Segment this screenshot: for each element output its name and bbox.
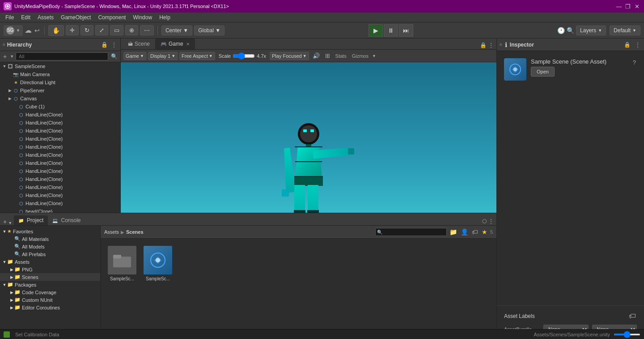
scenes-item[interactable]: ▶ 📁 Scenes xyxy=(0,273,100,281)
hand-tool[interactable]: ✋ xyxy=(48,25,64,36)
account-button[interactable]: SG ▼ xyxy=(4,25,23,36)
menu-gameobject[interactable]: GameObject xyxy=(57,13,94,21)
custom-tool[interactable]: ⋯ xyxy=(140,25,154,35)
asset-search-input[interactable] xyxy=(375,228,447,236)
move-tool[interactable]: ✛ xyxy=(66,25,79,35)
hierarchy-item-pipeserver[interactable]: ▶ ⬡ PipeServer xyxy=(0,86,120,94)
bottom-more-button[interactable]: ⋮ xyxy=(487,217,495,225)
asset-item-folder[interactable]: SampleSc... xyxy=(106,244,138,324)
display-select[interactable]: Game ▼ xyxy=(123,52,146,60)
game-tab-close[interactable]: ✕ xyxy=(186,42,190,47)
asset-search-option-1[interactable]: 📁 xyxy=(449,227,458,236)
back-button[interactable]: ↩ xyxy=(34,26,41,35)
aspect-select[interactable]: Free Aspect ▼ xyxy=(179,52,215,60)
hierarchy-item-samplescene[interactable]: ▼ SampleScene xyxy=(0,62,120,70)
menu-assets[interactable]: Assets xyxy=(34,13,57,21)
set-calibration-button[interactable]: Set Calibration Data xyxy=(15,332,59,337)
scale-slider[interactable] xyxy=(233,52,255,60)
bottom-add-button[interactable]: + xyxy=(2,218,8,225)
tab-scene[interactable]: 🏔 Scene xyxy=(123,39,155,49)
list-item[interactable]: ⬡HandLine(Clone) xyxy=(0,159,120,167)
menu-file[interactable]: File xyxy=(2,13,17,21)
png-item[interactable]: ▶ 📁 PNG xyxy=(0,266,100,273)
view-lock-button[interactable]: 🔒 xyxy=(479,41,487,49)
menu-edit[interactable]: Edit xyxy=(17,13,34,21)
grid-button[interactable]: ⊞ xyxy=(323,51,332,60)
hierarchy-more-button[interactable]: ⋮ xyxy=(110,41,118,49)
favorites-item[interactable]: ▼ ★ Favorites xyxy=(0,227,100,235)
gizmos-button[interactable]: Gizmos xyxy=(350,52,370,60)
play-button[interactable]: ▶ xyxy=(369,24,383,37)
transform-tool[interactable]: ⊕ xyxy=(125,25,138,35)
hierarchy-search-input[interactable] xyxy=(16,52,108,60)
step-button[interactable]: ⏭ xyxy=(399,24,413,37)
layers-dropdown[interactable]: Layers ▼ xyxy=(576,26,606,35)
list-item[interactable]: ⬡HandLine(Clone) xyxy=(0,183,120,191)
hierarchy-item-canvas[interactable]: ▶ ⬡ Canvas xyxy=(0,94,120,103)
char-left-arm xyxy=(282,147,296,193)
inspector-lock-button[interactable]: 🔒 xyxy=(623,41,631,49)
bottom-popout-button[interactable]: ⬡ xyxy=(481,217,487,225)
menu-help[interactable]: Help xyxy=(156,13,174,21)
rect-tool[interactable]: ▭ xyxy=(110,25,123,35)
minimize-button[interactable]: — xyxy=(615,3,623,10)
asset-item-scene[interactable]: SampleSc... xyxy=(142,244,174,324)
cloud-button[interactable]: ☁ xyxy=(25,26,32,34)
hierarchy-add-button[interactable]: + xyxy=(2,53,8,60)
stats-button[interactable]: Stats xyxy=(334,52,348,60)
asset-label-add-button[interactable]: 🏷 xyxy=(628,311,637,321)
menu-window[interactable]: Window xyxy=(129,13,156,21)
custom-nunit-item[interactable]: ▶ 📁 Custom NUnit xyxy=(0,296,100,304)
hierarchy-item-directionallight[interactable]: ☀ Directional Light xyxy=(0,78,120,86)
all-models-item[interactable]: 🔍 All Models xyxy=(0,243,100,250)
list-item[interactable]: ⬡HandLine(Clone) xyxy=(0,175,120,183)
tab-console[interactable]: 💻 Console xyxy=(48,215,85,225)
close-button[interactable]: ✕ xyxy=(633,3,640,10)
asset-search-option-3[interactable]: 🏷 xyxy=(471,227,479,236)
status-slider[interactable] xyxy=(614,334,640,335)
tab-project[interactable]: 📁 Project xyxy=(14,215,48,225)
hierarchy-lock-button[interactable]: 🔒 xyxy=(100,41,109,49)
list-item[interactable]: ⬡HandLine(Clone) xyxy=(0,119,120,127)
assets-root-item[interactable]: ▼ 📁 Assets xyxy=(0,258,100,266)
list-item[interactable]: ⬡HandLine(Clone) xyxy=(0,111,120,119)
hierarchy-search-button[interactable]: 🔍 xyxy=(110,52,119,60)
packages-item[interactable]: ▼ 📁 Packages xyxy=(0,281,100,288)
tab-game[interactable]: 🎮 Game ✕ xyxy=(155,39,195,49)
search-button[interactable]: 🔍 xyxy=(567,27,574,34)
open-button[interactable]: Open xyxy=(531,67,555,77)
rotate-tool[interactable]: ↻ xyxy=(80,25,93,35)
mute-button[interactable]: 🔊 xyxy=(311,51,322,60)
hierarchy-item-maincamera[interactable]: 📷 Main Camera xyxy=(0,70,120,78)
view-more-button[interactable]: ⋮ xyxy=(487,41,495,49)
all-prefabs-item[interactable]: 🔍 All Prefabs xyxy=(0,250,100,258)
list-item[interactable]: ⬡HandLine(Clone) xyxy=(0,127,120,135)
editor-coroutines-item[interactable]: ▶ 📁 Editor Coroutines xyxy=(0,304,100,311)
inspector-more-button[interactable]: ⋮ xyxy=(634,41,641,49)
all-materials-item[interactable]: 🔍 All Materials xyxy=(0,235,100,243)
hierarchy-item-cube[interactable]: ⬡ Cube (1) xyxy=(0,103,120,111)
list-item[interactable]: ⬡HandLine(Clone) xyxy=(0,199,120,207)
handline-icon-10: ⬡ xyxy=(18,184,24,190)
list-item[interactable]: ⬡HandLine(Clone) xyxy=(0,151,120,159)
asset-search-favorite[interactable]: ★ xyxy=(481,227,488,236)
display-label: Game xyxy=(126,53,139,59)
asset-search-option-2[interactable]: 👤 xyxy=(460,227,469,236)
code-coverage-icon: 📁 xyxy=(14,289,21,295)
list-item[interactable]: ⬡HandLine(Clone) xyxy=(0,135,120,143)
history-button[interactable]: 🕐 xyxy=(557,27,565,34)
pivot-button[interactable]: Center ▼ xyxy=(161,26,192,35)
pause-button[interactable]: ⏸ xyxy=(384,24,398,37)
global-button[interactable]: Global ▼ xyxy=(194,26,225,35)
play-mode-select[interactable]: Play Focused ▼ xyxy=(270,52,309,60)
list-item[interactable]: ⬡HandLine(Clone) xyxy=(0,143,120,151)
display1-select[interactable]: Display 1 ▼ xyxy=(148,52,178,60)
scale-tool[interactable]: ⤢ xyxy=(95,25,108,35)
restore-button[interactable]: ❐ xyxy=(624,3,631,10)
code-coverage-item[interactable]: ▶ 📁 Code Coverage xyxy=(0,288,100,296)
list-item[interactable]: ⬡HandLine(Clone) xyxy=(0,191,120,199)
inspector-help-button[interactable]: ? xyxy=(632,58,637,67)
menu-component[interactable]: Component xyxy=(94,13,129,21)
default-dropdown[interactable]: Default ▼ xyxy=(610,26,640,35)
list-item[interactable]: ⬡HandLine(Clone) xyxy=(0,167,120,175)
